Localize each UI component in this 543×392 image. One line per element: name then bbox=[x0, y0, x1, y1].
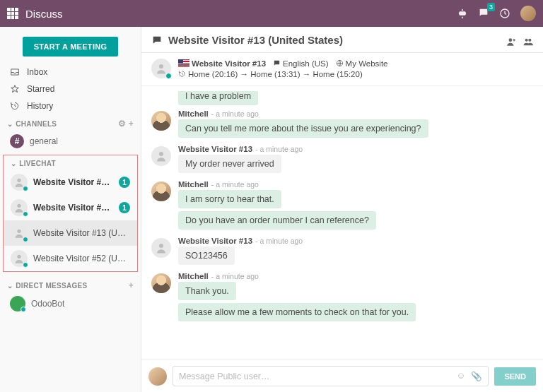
visitor-path: Home (20:16) → Home (13:31) → Home (15:2… bbox=[188, 70, 363, 78]
message-thread[interactable]: I have a problem Mitchell- a minute ago … bbox=[141, 86, 543, 360]
svg-point-4 bbox=[17, 255, 21, 259]
globe-icon bbox=[336, 59, 344, 67]
message-group: Website Visitor #13- a minute ago My ord… bbox=[151, 145, 533, 176]
nav-starred[interactable]: Starred bbox=[0, 81, 141, 97]
message-bubble: My order never arrived bbox=[178, 155, 281, 173]
livechat-item-80[interactable]: Website Visitor #80 (U… 1 bbox=[4, 195, 137, 220]
message-bubble: Please allow me a few moments to check o… bbox=[178, 303, 416, 321]
svg-point-3 bbox=[17, 230, 21, 233]
messages-icon[interactable]: 3 bbox=[478, 7, 489, 20]
livechat-item-52[interactable]: Website Visitor #52 (United St… bbox=[4, 246, 137, 271]
svg-point-1 bbox=[17, 179, 21, 182]
history-icon bbox=[10, 101, 20, 111]
message-time: - a minute ago bbox=[211, 272, 259, 280]
message-group: Mitchell- a minute ago Can you tell me m… bbox=[151, 109, 533, 141]
thread-title: Website Visitor #13 (United States) bbox=[151, 34, 343, 46]
message-time: - a minute ago bbox=[211, 109, 259, 118]
nav-starred-label: Starred bbox=[27, 84, 54, 94]
nav-history[interactable]: History bbox=[0, 97, 141, 114]
inbox-icon bbox=[10, 67, 20, 77]
lang-icon bbox=[273, 59, 281, 67]
unread-badge: 1 bbox=[119, 202, 130, 213]
composer: Message Public user… ☺ 📎 SEND bbox=[141, 360, 543, 392]
livechat-item-13[interactable]: Website Visitor #13 (United St… bbox=[4, 220, 137, 246]
history-icon bbox=[178, 70, 186, 78]
thread-header: Website Visitor #13 (United States) bbox=[141, 27, 543, 53]
flag-icon bbox=[178, 59, 189, 67]
debug-icon[interactable] bbox=[457, 8, 468, 19]
message-author: Mitchell bbox=[178, 109, 209, 118]
visitor-avatar-large bbox=[151, 59, 171, 78]
chevron-down-icon: ⌄ bbox=[7, 282, 13, 290]
message-time: - a minute ago bbox=[255, 145, 303, 153]
dm-odoobot[interactable]: OdooBot bbox=[0, 292, 141, 315]
message-count-badge: 3 bbox=[487, 3, 495, 11]
odoobot-avatar bbox=[10, 296, 25, 311]
topbar: Discuss 3 bbox=[0, 0, 543, 27]
livechat-section: ⌄LIVECHAT Website Visitor #81 (U… 1 Webs… bbox=[3, 155, 138, 272]
attach-icon[interactable]: 📎 bbox=[471, 371, 482, 381]
svg-point-2 bbox=[17, 204, 21, 208]
message-group: Website Visitor #13- a minute ago SO1234… bbox=[151, 237, 533, 268]
visitor-meta: Website Visitor #13 English (US) My Webs… bbox=[141, 53, 543, 86]
hash-icon: # bbox=[10, 134, 24, 148]
visitor-name-meta: Website Visitor #13 bbox=[192, 59, 266, 68]
add-dm-icon[interactable]: + bbox=[129, 280, 134, 290]
message-bubble: Thank you. bbox=[178, 282, 236, 300]
content-panel: Website Visitor #13 (United States) Webs… bbox=[141, 27, 543, 392]
svg-point-7 bbox=[528, 39, 531, 42]
app-title: Discuss bbox=[25, 8, 63, 20]
emoji-icon[interactable]: ☺ bbox=[457, 371, 466, 381]
message-bubble: Can you tell me more about the issue you… bbox=[178, 119, 428, 138]
visitor-site: My Website bbox=[346, 59, 388, 68]
nav-history-label: History bbox=[27, 101, 53, 111]
message-group: Mitchell- a minute ago I am sorry to hea… bbox=[151, 180, 533, 232]
members-icon[interactable] bbox=[523, 37, 533, 47]
message-author: Website Visitor #13 bbox=[178, 145, 252, 153]
dm-label: OdooBot bbox=[31, 299, 64, 309]
message-time: - a minute ago bbox=[255, 237, 303, 245]
channels-header[interactable]: ⌄CHANNELS ⚙ + bbox=[0, 114, 141, 131]
visitor-avatar bbox=[151, 146, 171, 166]
visitor-avatar bbox=[11, 174, 28, 191]
start-meeting-button[interactable]: START A MEETING bbox=[23, 37, 119, 57]
user-avatar[interactable] bbox=[520, 6, 536, 21]
unread-badge: 1 bbox=[119, 177, 130, 188]
livechat-item-81[interactable]: Website Visitor #81 (U… 1 bbox=[4, 170, 137, 195]
visitor-avatar bbox=[151, 238, 171, 258]
message-bubble: Do you have an order number I can refere… bbox=[178, 211, 376, 230]
add-user-icon[interactable] bbox=[506, 37, 516, 47]
svg-point-6 bbox=[525, 39, 528, 42]
message-bubble: I am sorry to hear that. bbox=[178, 190, 281, 208]
channel-label: general bbox=[30, 136, 58, 146]
visitor-avatar bbox=[11, 250, 28, 267]
star-icon bbox=[10, 84, 20, 94]
svg-point-8 bbox=[159, 64, 163, 69]
add-channel-icon[interactable]: + bbox=[129, 119, 134, 129]
channel-general[interactable]: # general bbox=[0, 131, 141, 152]
message-author: Mitchell bbox=[178, 272, 209, 280]
chevron-down-icon: ⌄ bbox=[7, 120, 13, 128]
visitor-avatar bbox=[11, 199, 28, 216]
svg-point-11 bbox=[159, 244, 163, 248]
message-bubble: I have a problem bbox=[178, 91, 258, 105]
activity-icon[interactable] bbox=[499, 8, 510, 19]
send-button[interactable]: SEND bbox=[494, 367, 536, 386]
agent-avatar bbox=[151, 111, 171, 131]
dm-header[interactable]: ⌄DIRECT MESSAGES + bbox=[0, 276, 141, 292]
gear-icon[interactable]: ⚙ bbox=[118, 119, 126, 129]
visitor-name: Website Visitor #52 (United St… bbox=[33, 254, 130, 263]
livechat-header[interactable]: ⌄LIVECHAT bbox=[4, 155, 137, 170]
message-author: Website Visitor #13 bbox=[178, 237, 252, 245]
message-input[interactable]: Message Public user… ☺ 📎 bbox=[173, 366, 489, 386]
visitor-name: Website Visitor #13 (United St… bbox=[33, 228, 130, 238]
svg-point-5 bbox=[509, 38, 513, 42]
input-placeholder: Message Public user… bbox=[179, 372, 270, 381]
message-bubble: SO123456 bbox=[178, 247, 235, 265]
message-author: Mitchell bbox=[178, 180, 209, 189]
visitor-name: Website Visitor #80 (U… bbox=[33, 203, 113, 213]
nav-inbox[interactable]: Inbox bbox=[0, 64, 141, 81]
apps-icon[interactable] bbox=[7, 8, 18, 19]
visitor-name: Website Visitor #81 (U… bbox=[33, 177, 113, 187]
agent-avatar bbox=[151, 182, 171, 201]
